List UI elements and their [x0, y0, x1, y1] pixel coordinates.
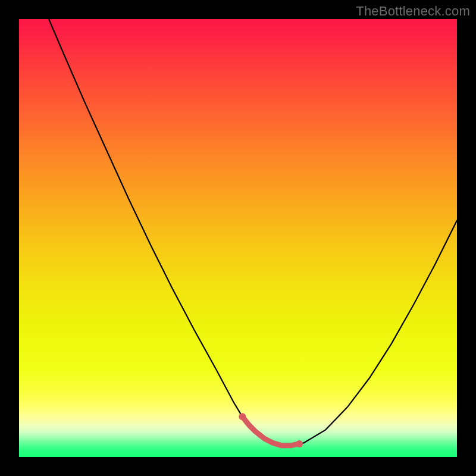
- watermark-text: TheBottleneck.com: [356, 4, 470, 19]
- curve-layer: [19, 19, 457, 457]
- plot-area: [19, 19, 457, 457]
- optimal-range-marker: [242, 416, 299, 446]
- chart-stage: TheBottleneck.com: [0, 0, 476, 476]
- optimal-range-start-dot: [239, 413, 246, 420]
- bottleneck-curve: [49, 19, 457, 446]
- optimal-range-end-dot: [296, 440, 303, 447]
